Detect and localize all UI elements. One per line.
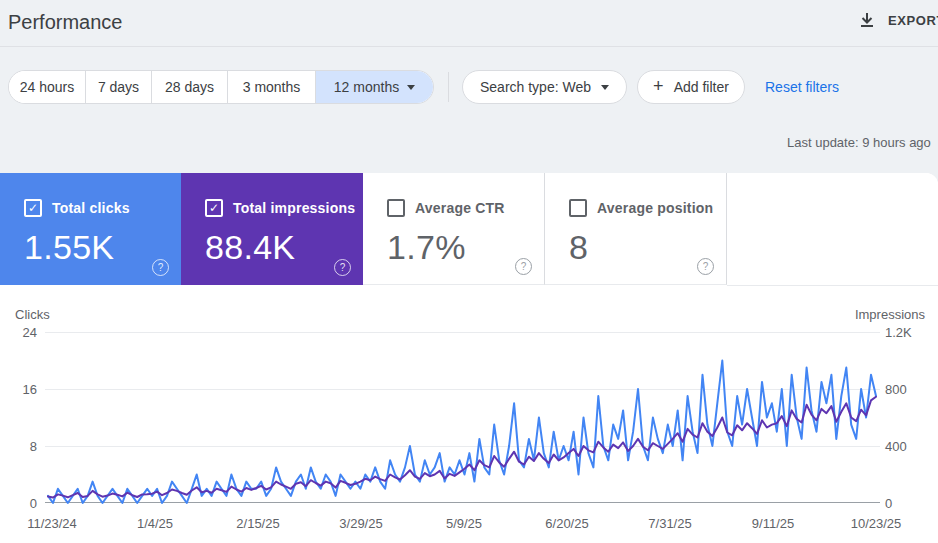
add-filter-label: Add filter: [674, 79, 729, 95]
performance-page: { "header": { "title": "Performance", "e…: [0, 0, 938, 543]
page-title: Performance: [8, 11, 123, 34]
right-tick: 0: [885, 496, 892, 511]
x-axis-label: 9/11/25: [752, 516, 794, 531]
date-range-chip-28-days[interactable]: 28 days: [151, 71, 227, 103]
checkbox-unchecked-icon[interactable]: [569, 199, 587, 217]
export-button[interactable]: EXPORT: [858, 11, 938, 29]
x-axis-label: 7/31/25: [648, 516, 691, 531]
search-type-dropdown[interactable]: Search type: Web: [462, 70, 627, 104]
export-label: EXPORT: [888, 13, 938, 28]
right-tick: 1.2K: [885, 325, 912, 340]
reset-filters-link[interactable]: Reset filters: [765, 70, 839, 104]
metric-label: Average position: [597, 200, 713, 216]
metric-label: Average CTR: [415, 200, 505, 216]
help-icon[interactable]: ?: [515, 258, 532, 275]
x-axis-label: 6/20/25: [545, 516, 588, 531]
chevron-down-icon: [407, 85, 415, 90]
left-axis-ticks: 081624: [0, 332, 37, 503]
right-tick: 400: [885, 439, 907, 454]
metric-card-total-impressions[interactable]: ✓Total impressions88.4K?: [181, 173, 363, 285]
help-icon[interactable]: ?: [334, 259, 351, 276]
x-axis-label: 10/23/25: [851, 516, 902, 531]
right-axis-ticks: 04008001.2K: [885, 332, 935, 503]
chart-plot-area[interactable]: [45, 332, 880, 503]
x-axis-label: 1/4/25: [137, 516, 173, 531]
checkbox-checked-icon[interactable]: ✓: [24, 199, 42, 217]
cards-filler: [727, 173, 938, 286]
add-filter-button[interactable]: + Add filter: [637, 70, 745, 104]
chevron-down-icon: [601, 85, 609, 90]
chart-svg: [45, 332, 880, 503]
metric-label: Total clicks: [52, 200, 130, 216]
date-range-chip-7-days[interactable]: 7 days: [85, 71, 151, 103]
date-range-label: 3 months: [243, 79, 301, 95]
plus-icon: +: [653, 77, 664, 95]
x-axis-label: 11/23/24: [27, 516, 77, 531]
metric-label: Total impressions: [233, 200, 355, 216]
help-icon[interactable]: ?: [152, 259, 169, 276]
last-update-text: Last update: 9 hours ago: [787, 135, 931, 150]
left-tick: 8: [30, 439, 37, 454]
checkbox-checked-icon[interactable]: ✓: [205, 199, 223, 217]
left-tick: 0: [30, 496, 37, 511]
x-axis-labels: 11/23/241/4/252/15/253/29/255/9/256/20/2…: [0, 516, 938, 532]
date-range-label: 12 months: [334, 79, 399, 95]
date-range-chip-12-months[interactable]: 12 months: [315, 71, 433, 103]
date-range-chip-group: 24 hours7 days28 days3 months12 months: [8, 70, 434, 104]
metric-card-total-clicks[interactable]: ✓Total clicks1.55K?: [0, 173, 181, 285]
left-tick: 16: [23, 382, 37, 397]
date-range-label: 24 hours: [20, 79, 74, 95]
date-range-chip-24-hours[interactable]: 24 hours: [9, 71, 85, 103]
right-tick: 800: [885, 382, 907, 397]
metric-card-average-ctr[interactable]: Average CTR1.7%?: [363, 173, 545, 285]
date-range-label: 28 days: [165, 79, 214, 95]
x-axis-label: 5/9/25: [446, 516, 482, 531]
header-divider: [0, 46, 938, 47]
date-range-label: 7 days: [98, 79, 139, 95]
checkbox-unchecked-icon[interactable]: [387, 199, 405, 217]
clicks-line: [48, 361, 876, 504]
search-type-label: Search type: Web: [480, 79, 591, 95]
download-icon: [858, 11, 876, 29]
left-axis-title: Clicks: [15, 307, 50, 322]
x-axis-label: 3/29/25: [339, 516, 382, 531]
date-range-chip-3-months[interactable]: 3 months: [227, 71, 315, 103]
filter-divider: [448, 72, 449, 102]
left-tick: 24: [23, 325, 37, 340]
metric-card-average-position[interactable]: Average position8?: [545, 173, 727, 285]
help-icon[interactable]: ?: [697, 258, 714, 275]
right-axis-title: Impressions: [855, 307, 925, 322]
x-axis-label: 2/15/25: [236, 516, 279, 531]
